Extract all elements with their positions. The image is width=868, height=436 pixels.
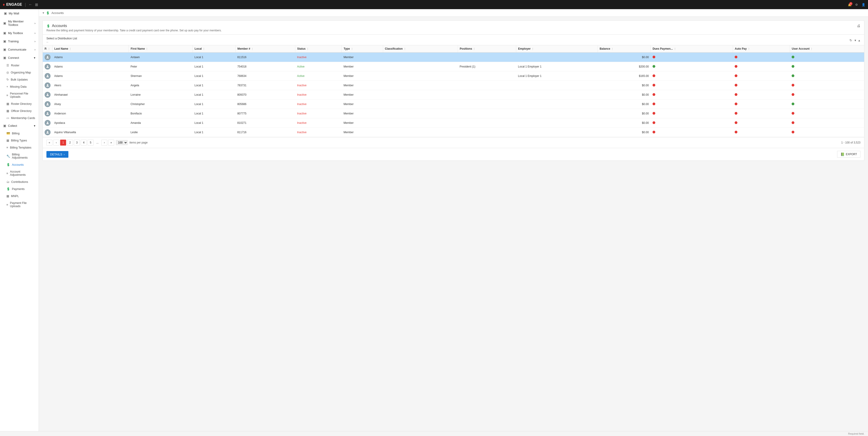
first-name-cell: Bonifacio [129,109,193,118]
pagination-prev[interactable]: ‹ [53,140,59,146]
sidebar-item-my-member-toolbox[interactable]: ▣ My Member Toolbox › [0,18,39,29]
avatar [44,82,51,88]
card-title: Accounts [52,24,67,28]
col-balance[interactable]: Balance⋮ [598,45,650,52]
sidebar-item-billing-types[interactable]: ▦ Billing Types [0,137,39,144]
user-avatar[interactable]: 👤 [862,3,865,6]
table-row[interactable]: Almhanawi Lorraine Local 1 809370 Inacti… [43,90,864,99]
col-member-num[interactable]: Member #⋮ [235,45,295,52]
first-name-cell: Lorraine [129,90,193,99]
sidebar-item-payment-file-uploads[interactable]: ≡ Payment File Uploads [0,200,39,210]
sidebar-item-training[interactable]: ▣ Training › [0,37,39,45]
excel-icon: 📗 [841,152,844,156]
pagination-page-3[interactable]: 3 [74,140,80,146]
col-auto-pay[interactable]: Auto Pay⋮ [733,45,790,52]
col-positions[interactable]: Positions⋮ [458,45,516,52]
dues-payment-cell [651,62,733,71]
svg-point-4 [47,94,48,95]
col-user-account[interactable]: User Account⋮ [790,45,864,52]
table-row[interactable]: Alvey Christopher Local 1 805686 Inactiv… [43,99,864,109]
print-icon[interactable]: 🖨 [857,24,861,28]
table-row[interactable]: Adams Antawn Local 1 811516 Inactive Mem… [43,52,864,62]
sidebar-item-my-toolbox[interactable]: ▣ My Toolbox › [0,29,39,37]
back-icon[interactable]: ← [29,2,32,7]
accounts-icon: 💲 [6,163,10,166]
sidebar-item-billing-adjustments[interactable]: 🔧 Billing Adjustments [0,151,39,161]
billing-label: Billing [12,132,20,135]
pagination-page-5[interactable]: 5 [88,140,94,146]
sidebar-item-communicate[interactable]: ▣ Communicate › [0,45,39,54]
sidebar-item-membership-cards[interactable]: ▭ Membership Cards [0,114,39,121]
col-status[interactable]: Status⋮ [295,45,342,52]
sort-icon-member-num: ⋮ [251,48,253,50]
sidebar-item-connect[interactable]: ▣ Connect ▾ [0,54,39,62]
sidebar-item-roster-directory[interactable]: ▦ Roster Directory [0,100,39,107]
sidebar-item-mnpl[interactable]: ▦ MNPL [0,193,39,200]
sidebar-item-accounts[interactable]: 💲 Accounts [0,161,39,168]
billing-templates-icon: ≡ [6,146,8,149]
balance-cell: $0.00 [598,99,650,109]
notification-bell[interactable]: 🔔 0 [848,3,851,6]
pagination-first[interactable]: « [46,140,52,146]
last-name-cell: Apodaca [52,118,129,128]
avatar [44,54,51,60]
table-row[interactable]: Adams Peter Local 1 754018 Active Member… [43,62,864,71]
classification-cell [383,81,458,90]
payment-file-uploads-icon: ≡ [6,203,8,206]
settings-icon[interactable]: ⚙ [855,3,858,6]
sidebar-item-personnel-file-uploads[interactable]: ≡ Personnel File Uploads [0,90,39,100]
avatar-cell [43,118,52,128]
col-type[interactable]: Type⋮ [342,45,383,52]
table-row[interactable]: Aquino Villanuella Leslie Local 1 811716… [43,128,864,137]
svg-point-6 [47,112,48,114]
expand-button[interactable]: ▴ [858,38,861,42]
pagination-page-2[interactable]: 2 [67,140,73,146]
positions-cell: President (1) [458,62,516,71]
sidebar-item-account-adjustments[interactable]: ≡ Account Adjustments [0,168,39,178]
auto-pay-cell [733,90,790,99]
sidebar-item-organizing-map[interactable]: ◎ Organizing Map [0,69,39,76]
sidebar-item-billing[interactable]: 💳 Billing [0,130,39,137]
positions-cell [458,118,516,128]
sort-icon-balance: ⋮ [611,48,614,50]
col-dues-payment[interactable]: Dues Paymen...⋮ [651,45,733,52]
pagination-next[interactable]: › [101,140,107,146]
col-local[interactable]: Local⋮ [193,45,235,52]
sidebar-item-bulk-updates[interactable]: ↻ Bulk Updates [0,76,39,83]
sort-icon-dues: ⋮ [674,48,676,50]
sort-icon-employer: ⋮ [532,48,534,50]
sidebar-item-billing-templates[interactable]: ≡ Billing Templates [0,144,39,151]
table-row[interactable]: Anderson Bonifacio Local 1 807775 Inacti… [43,109,864,118]
pagination-page-1[interactable]: 1 [60,140,66,146]
table-row[interactable]: Apodaca Amanda Local 1 810271 Inactive M… [43,118,864,128]
export-button[interactable]: 📗 EXPORT [837,151,861,158]
sidebar-item-officer-directory[interactable]: ▦ Officer Directory [0,107,39,114]
col-first-name[interactable]: First Name⋮ [129,45,193,52]
auto-pay-dot [735,65,737,68]
member-num-cell: 809370 [235,90,295,99]
refresh-button[interactable]: ↻ [849,38,853,42]
collapse-button[interactable]: ▾ [854,38,857,42]
sidebar-item-my-wall[interactable]: ▣ My Wall [0,9,39,18]
sidebar-item-payments[interactable]: 💲 Payments [0,185,39,193]
col-employer[interactable]: Employer⋮ [516,45,598,52]
connect-label: Connect [8,56,32,59]
grid-icon[interactable]: ⊞ [35,2,38,7]
sidebar-item-collect[interactable]: ▣ Collect ▾ [0,121,39,130]
sidebar-item-contributions[interactable]: 🗂 Contributions [0,178,39,185]
employer-cell [516,81,598,90]
pagination-page-4[interactable]: 4 [81,140,87,146]
col-classification[interactable]: Classification⋮ [383,45,458,52]
details-button[interactable]: DETAILS › [46,151,68,158]
table-row[interactable]: Akers Angela Local 1 783731 Inactive Mem… [43,81,864,90]
items-per-page-select[interactable]: 25 50 100 250 [116,140,128,145]
col-last-name[interactable]: Last Name⋮ [52,45,129,52]
table-row[interactable]: Adams Sherman Local 1 768634 Active Memb… [43,71,864,81]
my-wall-icon: ▣ [4,11,7,15]
mnpl-label: MNPL [11,195,19,198]
avatar-cell [43,128,52,137]
pagination-last[interactable]: » [108,140,114,146]
sidebar-item-missing-data[interactable]: + Missing Data [0,83,39,90]
sidebar-item-roster[interactable]: ☰ Roster [0,62,39,69]
member-num-cell: 768634 [235,71,295,81]
